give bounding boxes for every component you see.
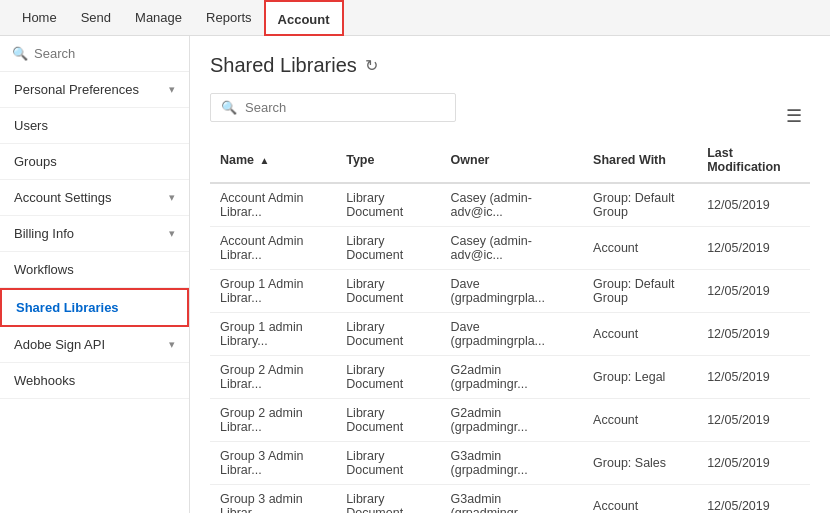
sidebar-item-label: Users [14,118,48,133]
main-layout: 🔍 Personal Preferences ▾ Users Groups Ac… [0,36,830,513]
nav-home[interactable]: Home [10,0,69,36]
cell-type: Library Document [336,183,440,227]
sidebar-item-personal-preferences[interactable]: Personal Preferences ▾ [0,72,189,108]
cell-sharedWith: Group: Default Group [583,270,697,313]
col-name[interactable]: Name ▲ [210,138,336,183]
cell-lastMod: 12/05/2019 [697,227,810,270]
cell-lastMod: 12/05/2019 [697,399,810,442]
chevron-down-icon: ▾ [169,227,175,240]
content-search-input[interactable] [245,100,445,115]
sidebar: 🔍 Personal Preferences ▾ Users Groups Ac… [0,36,190,513]
table-row[interactable]: Group 1 admin Library...Library Document… [210,313,810,356]
sidebar-item-label: Workflows [14,262,74,277]
col-shared-with: Shared With [583,138,697,183]
cell-lastMod: 12/05/2019 [697,270,810,313]
sidebar-item-label: Billing Info [14,226,74,241]
cell-name: Account Admin Librar... [210,227,336,270]
content-header: Shared Libraries ↻ [210,54,810,77]
cell-type: Library Document [336,356,440,399]
cell-name: Group 2 admin Librar... [210,399,336,442]
cell-sharedWith: Account [583,227,697,270]
cell-name: Group 3 admin Librar... [210,485,336,514]
cell-lastMod: 12/05/2019 [697,183,810,227]
menu-icon[interactable]: ☰ [778,101,810,131]
cell-name: Group 3 Admin Librar... [210,442,336,485]
search-icon: 🔍 [221,100,237,115]
chevron-down-icon: ▾ [169,191,175,204]
cell-type: Library Document [336,442,440,485]
cell-type: Library Document [336,313,440,356]
sidebar-item-users[interactable]: Users [0,108,189,144]
cell-lastMod: 12/05/2019 [697,313,810,356]
cell-owner: Dave (grpadmingrpla... [441,270,584,313]
sidebar-item-shared-libraries[interactable]: Shared Libraries [0,288,189,327]
cell-type: Library Document [336,399,440,442]
sidebar-search-icon: 🔍 [12,46,28,61]
cell-name: Group 1 admin Library... [210,313,336,356]
content-search-bar[interactable]: 🔍 [210,93,456,122]
col-owner: Owner [441,138,584,183]
table-row[interactable]: Group 2 admin Librar...Library DocumentG… [210,399,810,442]
cell-owner: Casey (admin-adv@ic... [441,183,584,227]
sidebar-item-workflows[interactable]: Workflows [0,252,189,288]
search-row: 🔍 ☰ [210,93,810,138]
cell-lastMod: 12/05/2019 [697,356,810,399]
sidebar-item-label: Adobe Sign API [14,337,105,352]
nav-reports[interactable]: Reports [194,0,264,36]
cell-sharedWith: Account [583,313,697,356]
refresh-icon[interactable]: ↻ [365,56,378,75]
sidebar-search-input[interactable] [34,46,177,61]
cell-owner: G3admin (grpadmingr... [441,485,584,514]
cell-type: Library Document [336,270,440,313]
col-type: Type [336,138,440,183]
nav-send[interactable]: Send [69,0,123,36]
cell-owner: Dave (grpadmingrpla... [441,313,584,356]
col-last-modification: Last Modification [697,138,810,183]
cell-sharedWith: Account [583,485,697,514]
cell-sharedWith: Group: Legal [583,356,697,399]
cell-type: Library Document [336,485,440,514]
cell-lastMod: 12/05/2019 [697,442,810,485]
page-title: Shared Libraries [210,54,357,77]
cell-type: Library Document [336,227,440,270]
sidebar-item-label: Groups [14,154,57,169]
sidebar-item-label: Account Settings [14,190,112,205]
table-row[interactable]: Account Admin Librar...Library DocumentC… [210,183,810,227]
cell-lastMod: 12/05/2019 [697,485,810,514]
sidebar-item-label: Webhooks [14,373,75,388]
sidebar-item-groups[interactable]: Groups [0,144,189,180]
cell-sharedWith: Group: Default Group [583,183,697,227]
cell-sharedWith: Group: Sales [583,442,697,485]
shared-libraries-table: Name ▲ Type Owner Shared With Last Modif… [210,138,810,513]
sidebar-item-adobe-sign-api[interactable]: Adobe Sign API ▾ [0,327,189,363]
cell-owner: Casey (admin-adv@ic... [441,227,584,270]
cell-sharedWith: Account [583,399,697,442]
sidebar-item-billing-info[interactable]: Billing Info ▾ [0,216,189,252]
cell-name: Group 2 Admin Librar... [210,356,336,399]
nav-account[interactable]: Account [264,0,344,36]
table-row[interactable]: Group 1 Admin Librar...Library DocumentD… [210,270,810,313]
table-header-row: Name ▲ Type Owner Shared With Last Modif… [210,138,810,183]
top-navigation: Home Send Manage Reports Account [0,0,830,36]
sidebar-item-label: Shared Libraries [16,300,119,315]
table-row[interactable]: Group 2 Admin Librar...Library DocumentG… [210,356,810,399]
table-row[interactable]: Group 3 Admin Librar...Library DocumentG… [210,442,810,485]
sort-asc-icon: ▲ [260,155,270,166]
chevron-down-icon: ▾ [169,83,175,96]
cell-owner: G3admin (grpadmingr... [441,442,584,485]
cell-owner: G2admin (grpadmingr... [441,399,584,442]
main-content: Shared Libraries ↻ 🔍 ☰ Name ▲ Type [190,36,830,513]
table-row[interactable]: Group 3 admin Librar...Library DocumentG… [210,485,810,514]
sidebar-item-account-settings[interactable]: Account Settings ▾ [0,180,189,216]
table-row[interactable]: Account Admin Librar...Library DocumentC… [210,227,810,270]
cell-name: Account Admin Librar... [210,183,336,227]
nav-manage[interactable]: Manage [123,0,194,36]
sidebar-item-webhooks[interactable]: Webhooks [0,363,189,399]
cell-owner: G2admin (grpadmingr... [441,356,584,399]
sidebar-search-bar[interactable]: 🔍 [0,36,189,72]
sidebar-item-label: Personal Preferences [14,82,139,97]
chevron-down-icon: ▾ [169,338,175,351]
cell-name: Group 1 Admin Librar... [210,270,336,313]
